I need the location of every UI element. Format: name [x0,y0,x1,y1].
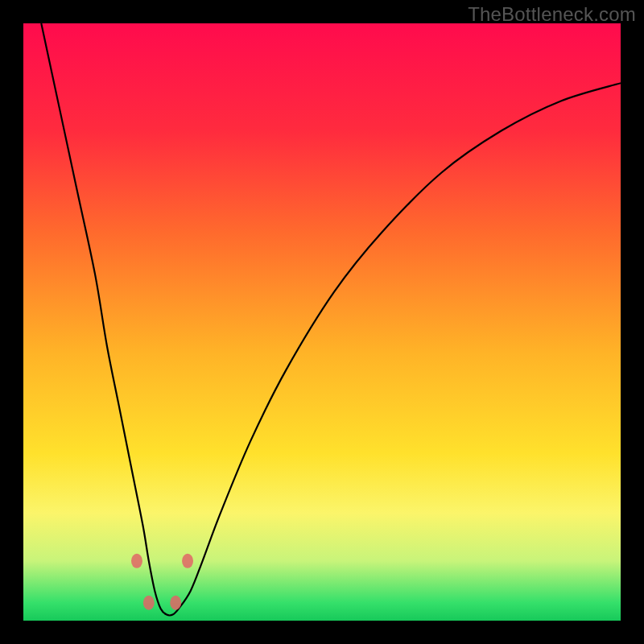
watermark-text: TheBottleneck.com [468,3,636,26]
bottleneck-chart [23,23,621,621]
marker-right-lower [170,596,181,610]
marker-right-upper [182,554,193,568]
chart-frame [23,23,621,621]
chart-background-gradient [23,23,621,621]
marker-left-upper [131,554,142,568]
marker-left-lower [143,596,155,610]
